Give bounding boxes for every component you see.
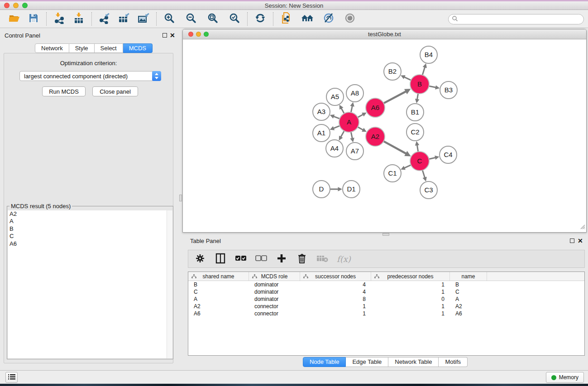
delete-column-button[interactable] xyxy=(296,253,308,265)
network-window-titlebar[interactable]: testGlobe.txt xyxy=(183,29,586,39)
function-builder-label[interactable]: f(x) xyxy=(337,254,351,264)
optimization-criterion-select[interactable]: largest connected component (directed) xyxy=(19,71,161,81)
table-tab-node-table[interactable]: Node Table xyxy=(303,357,346,367)
table-row[interactable]: A6connector11A6 xyxy=(188,310,584,317)
mcds-result-item[interactable]: C xyxy=(8,233,172,240)
column-header-shared-name[interactable]: shared name xyxy=(188,272,249,281)
node-table[interactable]: shared nameMCDS rolesuccessor nodesprede… xyxy=(188,272,585,356)
show-graphics-button[interactable] xyxy=(343,12,357,26)
run-mcds-button[interactable]: Run MCDS xyxy=(42,86,86,96)
mcds-result-item[interactable]: B xyxy=(8,225,172,233)
memory-button[interactable]: Memory xyxy=(546,372,584,383)
graph-edge-C-C1[interactable] xyxy=(404,165,411,168)
graph-node-A4[interactable]: A4 xyxy=(326,140,343,157)
graph-node-C2[interactable]: C2 xyxy=(406,124,424,141)
graph-edge-A2-C[interactable] xyxy=(383,141,406,154)
graph-edge-B-B4[interactable] xyxy=(422,67,425,76)
zoom-selected-button[interactable] xyxy=(228,12,241,26)
horizontal-splitter-handle[interactable] xyxy=(382,233,389,236)
graph-node-A8[interactable]: A8 xyxy=(346,85,363,102)
home-button[interactable] xyxy=(301,12,314,26)
add-column-button[interactable] xyxy=(276,253,287,265)
graph-edge-A-A6[interactable] xyxy=(357,114,363,118)
select-all-button[interactable] xyxy=(235,253,247,265)
graph-node-C3[interactable]: C3 xyxy=(420,181,437,199)
zoom-in-button[interactable] xyxy=(163,12,176,26)
graph-edge-B-B1[interactable] xyxy=(417,93,418,100)
table-tab-network-table[interactable]: Network Table xyxy=(388,357,439,367)
search-input[interactable] xyxy=(458,16,583,23)
graph-edge-A-A7[interactable] xyxy=(351,132,352,138)
tab-mcds[interactable]: MCDS xyxy=(123,43,153,53)
mcds-result-list[interactable]: A2ABCA6 xyxy=(8,210,172,358)
export-image-button[interactable] xyxy=(137,12,150,26)
graph-edge-A6-B[interactable] xyxy=(383,91,406,104)
table-row[interactable]: Bdominator41B xyxy=(188,281,584,288)
graph-node-C[interactable]: C xyxy=(410,152,429,171)
tab-style[interactable]: Style xyxy=(69,43,95,53)
tab-network[interactable]: Network xyxy=(35,43,69,53)
tab-select[interactable]: Select xyxy=(95,43,123,53)
graph-node-B[interactable]: B xyxy=(410,75,429,94)
graph-edge-A-A2[interactable] xyxy=(357,127,363,130)
hide-vizmap-button[interactable] xyxy=(322,12,335,26)
table-row[interactable]: Adominator80A xyxy=(188,295,584,303)
deselect-all-button[interactable] xyxy=(255,253,267,265)
resize-grip-icon[interactable] xyxy=(580,223,585,231)
graph-edge-A-A8[interactable] xyxy=(351,106,352,113)
column-header-successor-nodes[interactable]: successor nodes xyxy=(300,272,371,281)
save-session-button[interactable] xyxy=(27,12,40,26)
graph-node-A1[interactable]: A1 xyxy=(313,124,330,142)
import-table-button[interactable] xyxy=(72,12,86,26)
graph-node-C4[interactable]: C4 xyxy=(440,146,457,163)
graph-node-A6[interactable]: A6 xyxy=(366,98,385,117)
import-network-button[interactable] xyxy=(53,12,66,26)
graph-edge-A-A1[interactable] xyxy=(334,126,340,129)
mcds-result-item[interactable]: A xyxy=(8,218,172,225)
table-row[interactable]: A2connector11A2 xyxy=(188,303,584,310)
column-header-name[interactable]: name xyxy=(450,272,487,281)
graph-node-A5[interactable]: A5 xyxy=(326,88,344,105)
graph-edge-B-B2[interactable] xyxy=(404,77,411,80)
zoom-fit-button[interactable] xyxy=(206,12,220,26)
graph-edge-C-C2[interactable] xyxy=(417,145,418,152)
graph-edge-A-A3[interactable] xyxy=(334,116,340,119)
close-panel-button[interactable]: Close panel xyxy=(92,86,138,96)
network-canvas[interactable]: AA2A6BCA1A3A4A5A7A8B1B2B3B4C1C2C3C4DD1 xyxy=(183,40,586,232)
graph-node-B4[interactable]: B4 xyxy=(420,46,437,63)
show-column-button[interactable] xyxy=(215,253,226,265)
graph-edge-A-A4[interactable] xyxy=(341,130,344,137)
graph-edge-C-C3[interactable] xyxy=(422,170,425,178)
open-file-button[interactable] xyxy=(7,12,21,26)
graph-edge-A-A5[interactable] xyxy=(341,108,344,114)
graph-node-C1[interactable]: C1 xyxy=(384,165,401,182)
graph-node-A7[interactable]: A7 xyxy=(346,143,363,160)
refresh-button[interactable] xyxy=(253,12,267,26)
control-panel-float-icon[interactable] xyxy=(163,33,167,38)
graph-node-D[interactable]: D xyxy=(313,181,330,198)
graph-node-A3[interactable]: A3 xyxy=(313,103,330,120)
vertical-splitter-handle[interactable] xyxy=(179,195,182,201)
graph-node-A2[interactable]: A2 xyxy=(366,127,385,146)
mcds-result-item[interactable]: A2 xyxy=(8,210,172,218)
graph-node-A[interactable]: A xyxy=(339,112,359,132)
delete-table-button[interactable] xyxy=(316,253,328,265)
table-row[interactable]: Cdominator41C xyxy=(188,288,584,295)
graph-edge-C-C4[interactable] xyxy=(429,157,436,159)
result-scrollbar[interactable] xyxy=(167,210,172,358)
table-tab-edge-table[interactable]: Edge Table xyxy=(346,357,388,367)
mcds-result-item[interactable]: A6 xyxy=(8,240,172,248)
column-header-predecessor-nodes[interactable]: predecessor nodes xyxy=(371,272,450,281)
column-header-mcds-role[interactable]: MCDS role xyxy=(249,272,300,281)
search-field[interactable] xyxy=(448,14,584,24)
task-history-button[interactable] xyxy=(5,372,18,383)
graph-edge-B-B3[interactable] xyxy=(429,86,436,87)
graph-node-B3[interactable]: B3 xyxy=(440,81,457,99)
table-panel-close-icon[interactable]: ✕ xyxy=(578,238,583,243)
export-table-button[interactable] xyxy=(117,12,131,26)
zoom-out-button[interactable] xyxy=(184,12,198,26)
graph-node-D1[interactable]: D1 xyxy=(343,181,360,198)
control-panel-close-icon[interactable]: ✕ xyxy=(170,33,175,38)
table-settings-button[interactable] xyxy=(194,253,206,265)
graph-node-B2[interactable]: B2 xyxy=(384,63,401,80)
